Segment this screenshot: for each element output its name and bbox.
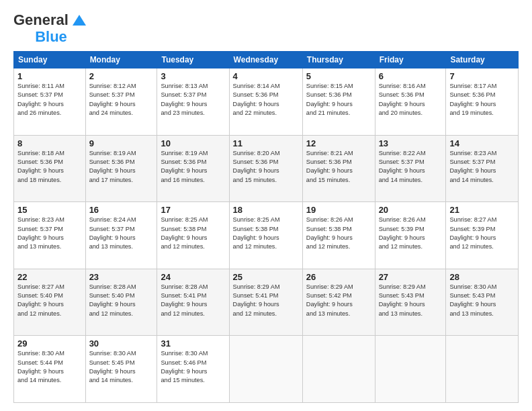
calendar-cell: 27 Sunrise: 8:29 AM Sunset: 5:43 PM Dayl… [375, 269, 446, 336]
day-number: 22 [17, 272, 82, 282]
day-info: Sunrise: 8:29 AM Sunset: 5:43 PM Dayligh… [379, 283, 443, 318]
day-info: Sunrise: 8:23 AM Sunset: 5:37 PM Dayligh… [449, 149, 515, 185]
calendar-cell: 26 Sunrise: 8:29 AM Sunset: 5:42 PM Dayl… [302, 269, 375, 336]
calendar-cell [229, 336, 302, 403]
week-row-3: 15 Sunrise: 8:23 AM Sunset: 5:37 PM Dayl… [14, 202, 519, 269]
day-info: Sunrise: 8:15 AM Sunset: 5:36 PM Dayligh… [306, 82, 371, 118]
day-info: Sunrise: 8:22 AM Sunset: 5:37 PM Dayligh… [379, 149, 443, 185]
day-info: Sunrise: 8:27 AM Sunset: 5:39 PM Dayligh… [449, 216, 515, 251]
day-info: Sunrise: 8:13 AM Sunset: 5:37 PM Dayligh… [161, 82, 225, 118]
calendar-cell: 28 Sunrise: 8:30 AM Sunset: 5:43 PM Dayl… [446, 269, 519, 336]
calendar-cell: 2 Sunrise: 8:12 AM Sunset: 5:37 PM Dayli… [85, 68, 157, 136]
calendar-cell: 4 Sunrise: 8:14 AM Sunset: 5:36 PM Dayli… [229, 68, 302, 136]
day-info: Sunrise: 8:20 AM Sunset: 5:36 PM Dayligh… [233, 149, 299, 185]
day-number: 2 [89, 71, 154, 81]
header-row: Sunday Monday Tuesday Wednesday Thursday… [14, 52, 519, 68]
day-number: 8 [17, 138, 82, 148]
logo: General Blue [13, 11, 89, 44]
day-info: Sunrise: 8:26 AM Sunset: 5:39 PM Dayligh… [379, 216, 443, 251]
day-info: Sunrise: 8:11 AM Sunset: 5:37 PM Dayligh… [17, 82, 82, 118]
day-number: 11 [233, 138, 299, 148]
calendar-cell: 31 Sunrise: 8:30 AM Sunset: 5:46 PM Dayl… [157, 336, 229, 403]
week-row-1: 1 Sunrise: 8:11 AM Sunset: 5:37 PM Dayli… [14, 68, 519, 136]
day-number: 28 [449, 272, 515, 282]
page: General Blue Sunday Monday Tuesday Wedne… [0, 0, 532, 411]
day-info: Sunrise: 8:28 AM Sunset: 5:41 PM Dayligh… [161, 283, 225, 318]
calendar-cell: 6 Sunrise: 8:16 AM Sunset: 5:36 PM Dayli… [375, 68, 446, 136]
calendar-cell: 3 Sunrise: 8:13 AM Sunset: 5:37 PM Dayli… [157, 68, 229, 136]
day-info: Sunrise: 8:27 AM Sunset: 5:40 PM Dayligh… [17, 283, 82, 318]
day-info: Sunrise: 8:23 AM Sunset: 5:37 PM Dayligh… [17, 216, 82, 251]
day-number: 25 [233, 272, 299, 282]
day-info: Sunrise: 8:29 AM Sunset: 5:42 PM Dayligh… [306, 283, 371, 318]
calendar-cell: 7 Sunrise: 8:17 AM Sunset: 5:36 PM Dayli… [446, 68, 519, 136]
th-thursday: Thursday [302, 52, 375, 68]
week-row-4: 22 Sunrise: 8:27 AM Sunset: 5:40 PM Dayl… [14, 269, 519, 336]
th-tuesday: Tuesday [157, 52, 229, 68]
calendar-cell: 14 Sunrise: 8:23 AM Sunset: 5:37 PM Dayl… [446, 135, 519, 202]
day-info: Sunrise: 8:19 AM Sunset: 5:36 PM Dayligh… [89, 149, 154, 185]
calendar-cell: 29 Sunrise: 8:30 AM Sunset: 5:44 PM Dayl… [14, 336, 86, 403]
day-info: Sunrise: 8:30 AM Sunset: 5:43 PM Dayligh… [449, 283, 515, 318]
calendar-cell: 15 Sunrise: 8:23 AM Sunset: 5:37 PM Dayl… [14, 202, 86, 269]
calendar-cell: 13 Sunrise: 8:22 AM Sunset: 5:37 PM Dayl… [375, 135, 446, 202]
day-info: Sunrise: 8:17 AM Sunset: 5:36 PM Dayligh… [449, 82, 515, 118]
calendar-cell: 23 Sunrise: 8:28 AM Sunset: 5:40 PM Dayl… [85, 269, 157, 336]
day-number: 6 [379, 71, 443, 81]
calendar-cell: 20 Sunrise: 8:26 AM Sunset: 5:39 PM Dayl… [375, 202, 446, 269]
header: General Blue [13, 11, 519, 44]
day-number: 24 [161, 272, 225, 282]
day-number: 4 [233, 71, 299, 81]
day-number: 26 [306, 272, 371, 282]
calendar-cell [375, 336, 446, 403]
calendar-cell [446, 336, 519, 403]
svg-marker-0 [73, 15, 86, 26]
calendar-cell: 19 Sunrise: 8:26 AM Sunset: 5:38 PM Dayl… [302, 202, 375, 269]
calendar-cell: 9 Sunrise: 8:19 AM Sunset: 5:36 PM Dayli… [85, 135, 157, 202]
day-info: Sunrise: 8:12 AM Sunset: 5:37 PM Dayligh… [89, 82, 154, 118]
week-row-2: 8 Sunrise: 8:18 AM Sunset: 5:36 PM Dayli… [14, 135, 519, 202]
day-number: 29 [17, 338, 82, 349]
calendar-cell: 12 Sunrise: 8:21 AM Sunset: 5:36 PM Dayl… [302, 135, 375, 202]
day-info: Sunrise: 8:30 AM Sunset: 5:44 PM Dayligh… [17, 349, 82, 385]
day-number: 23 [89, 272, 154, 282]
day-info: Sunrise: 8:14 AM Sunset: 5:36 PM Dayligh… [233, 82, 299, 118]
day-info: Sunrise: 8:30 AM Sunset: 5:46 PM Dayligh… [161, 349, 225, 385]
th-friday: Friday [375, 52, 446, 68]
calendar-cell: 8 Sunrise: 8:18 AM Sunset: 5:36 PM Dayli… [14, 135, 86, 202]
day-info: Sunrise: 8:24 AM Sunset: 5:37 PM Dayligh… [89, 216, 154, 251]
day-number: 21 [449, 205, 515, 215]
day-number: 19 [306, 205, 371, 215]
calendar-cell [302, 336, 375, 403]
day-number: 31 [161, 338, 225, 349]
day-number: 16 [89, 205, 154, 215]
calendar-cell: 5 Sunrise: 8:15 AM Sunset: 5:36 PM Dayli… [302, 68, 375, 136]
th-saturday: Saturday [446, 52, 519, 68]
day-info: Sunrise: 8:19 AM Sunset: 5:36 PM Dayligh… [161, 149, 225, 185]
calendar-cell: 17 Sunrise: 8:25 AM Sunset: 5:38 PM Dayl… [157, 202, 229, 269]
calendar-cell: 10 Sunrise: 8:19 AM Sunset: 5:36 PM Dayl… [157, 135, 229, 202]
th-monday: Monday [85, 52, 157, 68]
day-number: 9 [89, 138, 154, 148]
day-info: Sunrise: 8:30 AM Sunset: 5:45 PM Dayligh… [89, 349, 154, 385]
calendar-table: Sunday Monday Tuesday Wednesday Thursday… [13, 51, 519, 403]
logo-blue-text: Blue [35, 30, 67, 44]
calendar-cell: 11 Sunrise: 8:20 AM Sunset: 5:36 PM Dayl… [229, 135, 302, 202]
day-number: 5 [306, 71, 371, 81]
day-number: 27 [379, 272, 443, 282]
day-number: 30 [89, 338, 154, 349]
day-number: 7 [449, 71, 515, 81]
week-row-5: 29 Sunrise: 8:30 AM Sunset: 5:44 PM Dayl… [14, 336, 519, 403]
calendar-cell: 24 Sunrise: 8:28 AM Sunset: 5:41 PM Dayl… [157, 269, 229, 336]
day-number: 10 [161, 138, 225, 148]
day-info: Sunrise: 8:29 AM Sunset: 5:41 PM Dayligh… [233, 283, 299, 318]
day-info: Sunrise: 8:25 AM Sunset: 5:38 PM Dayligh… [161, 216, 225, 251]
day-number: 13 [379, 138, 443, 148]
logo-icon [70, 11, 89, 30]
th-sunday: Sunday [14, 52, 86, 68]
day-info: Sunrise: 8:26 AM Sunset: 5:38 PM Dayligh… [306, 216, 371, 251]
day-number: 12 [306, 138, 371, 148]
day-info: Sunrise: 8:21 AM Sunset: 5:36 PM Dayligh… [306, 149, 371, 185]
day-number: 15 [17, 205, 82, 215]
day-info: Sunrise: 8:18 AM Sunset: 5:36 PM Dayligh… [17, 149, 82, 185]
